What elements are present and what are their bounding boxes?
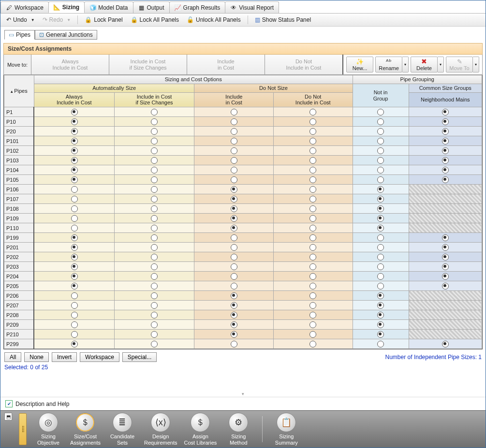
sizing-radio-cell[interactable] [194, 330, 274, 339]
sizing-radio-cell[interactable] [273, 156, 353, 165]
csg-radio[interactable] [409, 156, 482, 165]
sizing-radio-cell[interactable] [114, 156, 194, 165]
not-in-group-radio[interactable] [353, 194, 409, 204]
tab-graph-results[interactable]: 📈Graph Results [169, 1, 226, 13]
not-in-group-radio[interactable] [353, 233, 409, 243]
not-in-group-radio[interactable] [353, 127, 409, 136]
sizing-radio-cell[interactable] [34, 107, 114, 117]
pipes-column-header[interactable]: Pipes [4, 75, 34, 107]
pipe-id-cell[interactable]: P103 [4, 156, 34, 165]
sizing-radio-cell[interactable] [114, 272, 194, 281]
tab-output[interactable]: ▦Output [133, 1, 170, 13]
sizing-radio-cell[interactable] [114, 214, 194, 223]
sizing-radio-cell[interactable] [194, 252, 274, 262]
sizing-radio-cell[interactable] [273, 281, 353, 291]
sizing-radio-cell[interactable] [273, 272, 353, 281]
sizing-radio-cell[interactable] [273, 330, 353, 339]
sizing-radio-cell[interactable] [114, 165, 194, 175]
not-in-group-radio[interactable] [353, 107, 409, 117]
select-none-button[interactable]: None [24, 352, 49, 362]
sizing-radio-cell[interactable] [114, 175, 194, 185]
redo-button[interactable]: ↷ Redo ▼ [40, 15, 74, 24]
pipe-id-cell[interactable]: P106 [4, 185, 34, 194]
csg-radio[interactable] [409, 165, 482, 175]
nav-sizing-summary[interactable]: 📋Sizing Summary [271, 413, 301, 445]
side-handle[interactable]: ≡≡≡ [19, 413, 27, 445]
sizing-radio-cell[interactable] [273, 223, 353, 233]
tab-model-data[interactable]: 🧊Model Data [84, 1, 133, 13]
sizing-radio-cell[interactable] [273, 204, 353, 214]
pipe-id-cell[interactable]: P201 [4, 243, 34, 252]
pipe-id-cell[interactable]: P107 [4, 194, 34, 204]
tab-visual-report[interactable]: 👁Visual Report [225, 1, 279, 13]
pipe-id-cell[interactable]: P204 [4, 272, 34, 281]
sizing-radio-cell[interactable] [34, 301, 114, 310]
move-dropdown[interactable]: ▾ [473, 57, 479, 72]
sizing-radio-cell[interactable] [34, 194, 114, 204]
csg-radio[interactable] [409, 252, 482, 262]
sizing-radio-cell[interactable] [114, 252, 194, 262]
csg-radio[interactable] [409, 107, 482, 117]
sizing-radio-cell[interactable] [194, 185, 274, 194]
sizing-radio-cell[interactable] [114, 301, 194, 310]
pipe-id-cell[interactable]: P109 [4, 214, 34, 223]
pipe-id-cell[interactable]: P209 [4, 320, 34, 330]
pipe-id-cell[interactable]: P299 [4, 339, 34, 349]
sizing-radio-cell[interactable] [273, 233, 353, 243]
pipe-id-cell[interactable]: P102 [4, 146, 34, 156]
sizing-radio-cell[interactable] [114, 185, 194, 194]
rename-dropdown[interactable]: ▾ [402, 57, 409, 72]
sizing-radio-cell[interactable] [273, 320, 353, 330]
sizing-radio-cell[interactable] [194, 310, 274, 320]
sizing-radio-cell[interactable] [273, 146, 353, 156]
move-to-group-button[interactable]: ✎Move To [446, 57, 473, 72]
not-in-group-radio[interactable] [353, 301, 409, 310]
not-in-group-radio[interactable] [353, 223, 409, 233]
move-to-btn-1[interactable]: Include in Costif Size Changes [109, 55, 187, 74]
sizing-radio-cell[interactable] [34, 165, 114, 175]
csg-radio[interactable] [409, 262, 482, 272]
sizing-radio-cell[interactable] [114, 117, 194, 127]
unlock-all-panels-button[interactable]: 🔓 Unlock All Panels [184, 15, 244, 24]
move-to-btn-2[interactable]: Includein Cost [187, 55, 265, 74]
sizing-radio-cell[interactable] [194, 291, 274, 301]
sizing-radio-cell[interactable] [194, 301, 274, 310]
sizing-radio-cell[interactable] [273, 185, 353, 194]
sizing-radio-cell[interactable] [34, 146, 114, 156]
move-to-btn-3[interactable]: Do NotInclude in Cost [265, 55, 342, 74]
subtab-pipes[interactable]: ▭Pipes [4, 30, 35, 40]
tab-sizing[interactable]: 📐Sizing [48, 1, 85, 13]
pipe-id-cell[interactable]: P110 [4, 223, 34, 233]
delete-group-button[interactable]: ✖Delete [411, 57, 438, 72]
select-special--button[interactable]: Special... [122, 352, 157, 362]
sizing-radio-cell[interactable] [194, 194, 274, 204]
sizing-radio-cell[interactable] [273, 310, 353, 320]
nav-design-requirements[interactable]: ⟨x⟩Design Requirements [144, 413, 177, 445]
csg-radio[interactable] [409, 281, 482, 291]
sizing-radio-cell[interactable] [34, 223, 114, 233]
pipe-id-cell[interactable]: P108 [4, 204, 34, 214]
new-group-button[interactable]: ✨New... [346, 57, 373, 72]
csg-radio[interactable] [409, 243, 482, 252]
sizing-radio-cell[interactable] [194, 281, 274, 291]
sizing-radio-cell[interactable] [194, 320, 274, 330]
sizing-radio-cell[interactable] [273, 291, 353, 301]
delete-dropdown[interactable]: ▾ [438, 57, 444, 72]
nav-sizing-method[interactable]: ⚙Sizing Method [223, 413, 253, 445]
not-in-group-radio[interactable] [353, 117, 409, 127]
sizing-radio-cell[interactable] [273, 339, 353, 349]
sizing-radio-cell[interactable] [273, 252, 353, 262]
sizing-radio-cell[interactable] [194, 175, 274, 185]
sizing-radio-cell[interactable] [273, 117, 353, 127]
not-in-group-radio[interactable] [353, 330, 409, 339]
not-in-group-radio[interactable] [353, 165, 409, 175]
tab-workspace[interactable]: 🖊Workspace [0, 1, 49, 13]
sizing-radio-cell[interactable] [273, 127, 353, 136]
sizing-radio-cell[interactable] [194, 243, 274, 252]
sizing-radio-cell[interactable] [273, 175, 353, 185]
sizing-radio-cell[interactable] [114, 107, 194, 117]
sizing-radio-cell[interactable] [34, 339, 114, 349]
sizing-radio-cell[interactable] [114, 339, 194, 349]
sizing-radio-cell[interactable] [194, 146, 274, 156]
sizing-radio-cell[interactable] [34, 291, 114, 301]
